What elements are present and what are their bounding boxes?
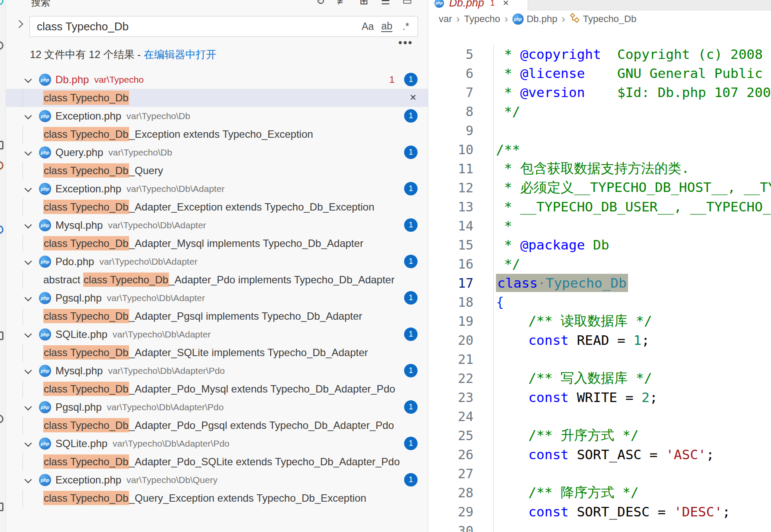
line-number: 21 <box>428 352 473 367</box>
search-result-file-row[interactable]: phpMysql.phpvar\Typecho\Db\Adapter1 <box>6 216 428 234</box>
file-name: Pgsql.php <box>55 292 102 304</box>
php-file-icon: php <box>39 74 51 86</box>
breadcrumb-item-db-php[interactable]: phpDb.php <box>512 13 557 25</box>
whole-word-toggle[interactable]: ab <box>379 18 395 35</box>
chevron-down-icon[interactable] <box>25 185 32 192</box>
php-file-icon: php <box>39 328 51 341</box>
refresh-icon[interactable]: ↻ <box>315 0 326 7</box>
code-line-24: 24 <box>428 407 771 426</box>
search-result-match-row[interactable]: class Typecho_Db✕ <box>6 89 428 107</box>
search-result-file-row[interactable]: phpException.phpvar\Typecho\Db\Query1 <box>6 471 428 489</box>
chevron-down-icon[interactable] <box>25 440 32 447</box>
chevron-down-icon[interactable] <box>25 76 32 83</box>
match-text: class Typecho_Db_Adapter_Pdo_Pgsql exten… <box>43 419 394 431</box>
file-name: Mysql.php <box>55 365 103 377</box>
match-highlight: class Typecho_Db <box>43 345 129 360</box>
chevron-down-icon[interactable] <box>25 149 32 156</box>
match-text: class Typecho_Db_Query_Exception extends… <box>43 492 366 504</box>
search-result-file-row[interactable]: phpQuery.phpvar\Typecho\Db1 <box>6 143 428 162</box>
line-number: 25 <box>428 428 473 443</box>
match-highlight: class Typecho_Db <box>43 382 129 396</box>
breadcrumb-separator-icon: › <box>457 13 460 25</box>
file-name: Pgsql.php <box>55 401 102 413</box>
search-result-file-row[interactable]: phpException.phpvar\Typecho\Db1 <box>6 107 428 125</box>
code-line-30: 30 <box>428 521 771 532</box>
code-line-16: 16 */ <box>428 254 771 273</box>
line-content: const WRITE = 2; <box>496 389 658 405</box>
search-result-match-row[interactable]: abstract class Typecho_Db_Adapter_Pdo im… <box>6 271 428 289</box>
php-file-icon: php <box>39 401 51 413</box>
search-result-match-row[interactable]: class Typecho_Db_Query <box>6 162 428 180</box>
chevron-down-icon[interactable] <box>25 367 32 374</box>
search-header: 搜索 ↻≢⊞☰▭ <box>6 0 428 11</box>
search-result-file-row[interactable]: phpException.phpvar\Typecho\Db\Adapter1 <box>6 180 428 198</box>
search-result-file-row[interactable]: phpPgsql.phpvar\Typecho\Db\Adapter1 <box>6 289 428 307</box>
collapse-all-icon[interactable]: ☰ <box>380 0 391 7</box>
search-result-file-row[interactable]: phpSQLite.phpvar\Typecho\Db\Adapter1 <box>6 325 428 344</box>
breadcrumb-item-typecho-db[interactable]: Typecho_Db <box>570 13 637 26</box>
open-new-search-editor-icon[interactable]: ⊞ <box>359 0 369 7</box>
code-editor[interactable]: 5 * @copyright Copyright (c) 2008 Typech… <box>428 28 771 532</box>
search-result-match-row[interactable]: class Typecho_Db_Adapter_Pdo_Mysql exten… <box>6 380 428 398</box>
line-content: /** 读取数据库 */ <box>496 312 652 330</box>
match-highlight: class Typecho_Db <box>43 91 129 105</box>
match-case-icon: Aa <box>362 21 374 32</box>
file-path: var\Typecho\Db\Adapter\Pdo <box>113 438 230 449</box>
search-result-file-row[interactable]: phpMysql.phpvar\Typecho\Db\Adapter\Pdo1 <box>6 362 428 380</box>
line-number: 24 <box>428 409 473 424</box>
file-name: Db.php <box>55 74 89 86</box>
toggle-replace-chevron-icon[interactable] <box>15 20 23 28</box>
breadcrumb-item-var[interactable]: var <box>439 13 452 25</box>
chevron-down-icon[interactable] <box>25 331 32 338</box>
search-result-match-row[interactable]: class Typecho_Db_Adapter_Pdo_SQLite exte… <box>6 453 428 471</box>
search-result-file-row[interactable]: phpPdo.phpvar\Typecho\Db\Adapter1 <box>6 253 428 271</box>
line-number: 6 <box>428 66 473 81</box>
php-icon: php <box>512 13 524 25</box>
chevron-down-icon[interactable] <box>25 258 32 265</box>
dismiss-match-icon[interactable]: ✕ <box>409 92 417 103</box>
match-count-badge: 1 <box>404 328 418 341</box>
use-regex-toggle[interactable]: .* <box>398 18 414 35</box>
tab-db-php[interactable]: php Db.php 1 ✕ <box>428 0 528 10</box>
tab-close-icon[interactable]: ✕ <box>502 0 509 8</box>
code-line-17: 17class·Typecho_Db <box>428 273 771 292</box>
search-input[interactable]: class Typecho_Db Aaab.* <box>29 16 418 37</box>
breadcrumb-item-typecho[interactable]: Typecho <box>464 13 500 25</box>
activity-bar[interactable] <box>0 0 6 532</box>
file-path: var\Typecho\Db\Adapter <box>108 220 206 230</box>
search-result-match-row[interactable]: class Typecho_Db_Query_Exception extends… <box>6 489 428 507</box>
match-count-badge: 1 <box>404 182 418 195</box>
view-as-panel-icon[interactable]: ▭ <box>402 0 412 7</box>
search-result-match-row[interactable]: class Typecho_Db_Adapter_SQLite implemen… <box>6 344 428 362</box>
search-result-match-row[interactable]: class Typecho_Db_Adapter_Mysql implement… <box>6 234 428 253</box>
search-result-match-row[interactable]: class Typecho_Db_Exception extends Typec… <box>6 125 428 143</box>
open-in-editor-link[interactable]: 在编辑器中打开 <box>144 49 217 60</box>
match-case-toggle[interactable]: Aa <box>360 18 376 35</box>
search-query-text[interactable]: class Typecho_Db <box>37 20 360 33</box>
clear-search-results-icon[interactable]: ≢ <box>337 0 347 7</box>
php-file-icon: php <box>39 365 51 377</box>
search-result-match-row[interactable]: class Typecho_Db_Adapter_Pdo_Pgsql exten… <box>6 416 428 435</box>
chevron-down-icon[interactable] <box>25 112 32 120</box>
chevron-down-icon[interactable] <box>25 476 32 483</box>
chevron-down-icon[interactable] <box>25 294 32 302</box>
code-line-14: 14 * <box>428 216 771 235</box>
search-result-file-row[interactable]: phpDb.phpvar\Typecho11 <box>6 71 428 89</box>
toggle-search-details-icon[interactable]: ••• <box>398 36 413 49</box>
code-line-26: 26 const SORT_ASC = 'ASC'; <box>428 445 771 464</box>
line-content: { <box>496 294 504 310</box>
search-result-file-row[interactable]: phpPgsql.phpvar\Typecho\Db\Adapter\Pdo1 <box>6 398 428 416</box>
editor-tab-bar[interactable]: php Db.php 1 ✕ <box>428 0 771 10</box>
line-number: 5 <box>428 47 473 62</box>
search-result-match-row[interactable]: class Typecho_Db_Adapter_Pgsql implement… <box>6 307 428 325</box>
chevron-down-icon[interactable] <box>25 403 32 411</box>
line-number: 23 <box>428 390 473 405</box>
php-file-icon: php <box>39 219 51 231</box>
search-result-file-row[interactable]: phpSQLite.phpvar\Typecho\Db\Adapter\Pdo1 <box>6 435 428 453</box>
php-file-icon: php <box>39 146 51 159</box>
tab-label[interactable]: Db.php <box>449 0 484 9</box>
search-result-match-row[interactable]: class Typecho_Db_Adapter_Exception exten… <box>6 198 428 216</box>
file-path: var\Typecho\Db\Adapter\Pdo <box>107 402 224 412</box>
chevron-down-icon[interactable] <box>25 221 32 229</box>
match-highlight: class Typecho_Db <box>43 309 129 323</box>
